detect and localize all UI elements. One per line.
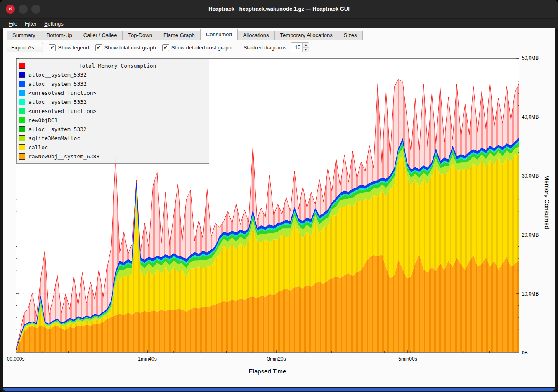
legend-label: newObjRC1 (28, 117, 57, 123)
legend-swatch (19, 90, 25, 96)
tab-temporary-allocations[interactable]: Temporary Allocations (274, 31, 338, 40)
export-as-button[interactable]: Export As... (7, 43, 43, 52)
tab-flame-graph[interactable]: Flame Graph (158, 31, 201, 40)
legend-row: alloc__system_5332 (19, 124, 206, 134)
y-tick-label: 10,0MB (522, 291, 551, 297)
legend-swatch (19, 144, 25, 150)
y-tick-label: 0B (522, 350, 551, 356)
spinbox-value[interactable]: 10 (291, 43, 302, 52)
tab-top-down[interactable]: Top-Down (122, 31, 158, 40)
spin-up-button[interactable]: ▲ (303, 43, 309, 48)
legend-label: sqlite3MemMalloc (28, 135, 80, 141)
checkbox-box[interactable]: ✓ (95, 44, 102, 51)
y-axis-title: Memory Consumed (544, 175, 551, 229)
legend-label: calloc (28, 144, 48, 150)
legend-row: Total Memory Consumption (19, 61, 206, 70)
legend-row: newObjRC1 (19, 115, 206, 124)
legend-label: alloc__system_5332 (28, 81, 87, 87)
x-tick-label: 5min00s (398, 356, 417, 362)
legend-row: alloc__system_5332 (19, 97, 206, 106)
legend-row: alloc__system_5332 (19, 79, 206, 88)
tab-bar: SummaryBottom-UpCaller / CalleeTop-DownF… (3, 29, 555, 40)
legend-row: <unresolved function> (19, 88, 206, 97)
legend-row: rawNewObj__system_6388 (19, 152, 206, 161)
legend-swatch (19, 72, 25, 78)
legend-label: rawNewObj__system_6388 (28, 153, 99, 160)
legend-swatch (19, 81, 25, 87)
app-window: ✕ – Heaptrack - heaptrack.wakunode.1.gz … (0, 0, 558, 392)
tab-consumed[interactable]: Consumed (200, 29, 238, 40)
maximize-button[interactable] (31, 5, 40, 14)
y-tick-label: 50,0MB (522, 55, 551, 61)
maximize-icon (34, 7, 38, 11)
legend-label: alloc__system_5332 (28, 126, 87, 132)
menubar: FileFilterSettings (0, 18, 558, 29)
menu-filter[interactable]: Filter (21, 20, 40, 28)
checkbox-show-total-cost-graph[interactable]: ✓Show total cost graph (95, 44, 156, 51)
legend-swatch (19, 117, 25, 123)
spin-down-button[interactable]: ▼ (303, 48, 309, 52)
toolbar-checkboxes: ✓Show legend✓Show total cost graph✓Show … (49, 44, 237, 51)
tab-sizes[interactable]: Sizes (338, 31, 363, 40)
legend-row: <unresolved function> (19, 106, 206, 115)
legend-label: Total Memory Consumption (28, 63, 206, 69)
tab-allocations[interactable]: Allocations (237, 31, 275, 40)
memory-consumption-chart: 0B10,0MB20,0MB30,0MB40,0MB50,0MB 00.000s… (3, 53, 555, 387)
legend-row: sqlite3MemMalloc (19, 134, 206, 143)
window-title: Heaptrack - heaptrack.wakunode.1.gz — He… (0, 0, 558, 18)
spinbox-buttons: ▲ ▼ (302, 43, 309, 52)
menu-file[interactable]: File (5, 20, 21, 28)
checkbox-box[interactable]: ✓ (49, 44, 56, 51)
close-icon: ✕ (8, 6, 12, 12)
legend-swatch (19, 63, 25, 69)
close-button[interactable]: ✕ (6, 5, 15, 14)
minimize-icon: – (22, 6, 25, 12)
tab-caller-callee[interactable]: Caller / Callee (78, 31, 123, 40)
y-tick-label: 40,0MB (522, 114, 551, 120)
x-axis-title: Elapsed Time (16, 368, 519, 375)
menu-settings[interactable]: Settings (40, 20, 67, 28)
titlebar: ✕ – Heaptrack - heaptrack.wakunode.1.gz … (0, 0, 558, 18)
legend-swatch (19, 126, 25, 132)
x-tick-label: 3min20s (267, 356, 286, 362)
legend-label: alloc__system_5332 (28, 99, 87, 105)
stacked-diagrams-label: Stacked diagrams: (244, 45, 288, 51)
stacked-diagrams-spinbox[interactable]: 10 ▲ ▼ (291, 42, 309, 52)
legend-swatch (19, 108, 25, 114)
chart-legend: Total Memory Consumptionalloc__system_53… (16, 59, 209, 164)
legend-label: <unresolved function> (28, 90, 96, 96)
legend-swatch (19, 99, 25, 105)
legend-swatch (19, 153, 25, 160)
y-tick-label: 20,0MB (522, 232, 551, 238)
tab-summary[interactable]: Summary (7, 31, 41, 40)
checkbox-box[interactable]: ✓ (162, 44, 169, 51)
legend-row: alloc__system_5332 (19, 70, 206, 79)
legend-swatch (19, 135, 25, 141)
legend-label: alloc__system_5332 (28, 72, 87, 78)
legend-label: <unresolved function> (28, 108, 96, 114)
checkbox-label: Show detailed cost graph (171, 45, 232, 51)
checkbox-label: Show legend (58, 45, 89, 51)
checkbox-show-detailed-cost-graph[interactable]: ✓Show detailed cost graph (162, 44, 232, 51)
checkbox-show-legend[interactable]: ✓Show legend (49, 44, 89, 51)
x-tick-label: 00.000s (7, 356, 25, 362)
legend-row: calloc (19, 143, 206, 152)
toolbar: Export As... ✓Show legend✓Show total cos… (3, 41, 555, 54)
bottom-accent-strip (3, 388, 555, 391)
minimize-button[interactable]: – (19, 5, 28, 14)
content-area: SummaryBottom-UpCaller / CalleeTop-DownF… (3, 28, 555, 387)
window-controls: ✕ – (6, 5, 40, 14)
x-tick-label: 1min40s (138, 356, 156, 362)
tab-bottom-up[interactable]: Bottom-Up (41, 31, 78, 40)
checkbox-label: Show total cost graph (104, 45, 156, 51)
